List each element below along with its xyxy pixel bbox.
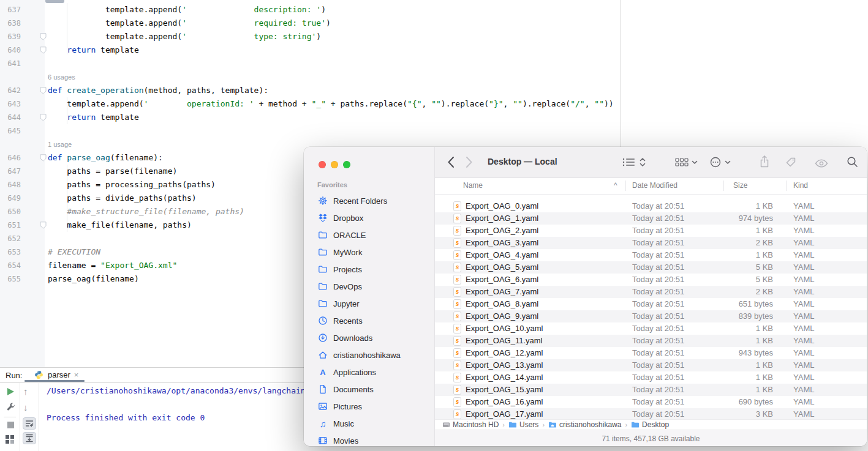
file-row[interactable]: sExport_OAG_3.yamlToday at 20:512 KBYAML xyxy=(435,237,867,249)
column-divider[interactable] xyxy=(723,181,724,191)
code-line[interactable]: 643 template.append(' operationId: ' + m… xyxy=(0,97,621,111)
file-row[interactable]: sExport_OAG_15.yamlToday at 20:511 KBYAM… xyxy=(435,384,867,396)
close-tab-icon[interactable]: × xyxy=(74,370,79,379)
file-row[interactable]: sExport_OAG_10.yamlToday at 20:511 KBYAM… xyxy=(435,322,867,335)
column-header-size[interactable]: Size xyxy=(733,181,747,190)
soft-wrap-icon[interactable] xyxy=(23,417,36,430)
file-row[interactable]: sExport_OAG_8.yamlToday at 20:51651 byte… xyxy=(435,298,867,310)
file-row[interactable]: sExport_OAG_11.yamlToday at 20:511 KBYAM… xyxy=(435,335,867,347)
search-icon[interactable] xyxy=(847,156,858,168)
stop-icon[interactable] xyxy=(7,422,14,428)
file-row[interactable]: sExport_OAG_16.yamlToday at 20:51690 byt… xyxy=(435,396,867,408)
sidebar-item-documents[interactable]: Documents xyxy=(309,381,431,398)
path-separator-icon: › xyxy=(625,421,627,428)
column-divider[interactable] xyxy=(786,181,787,191)
sidebar-item-devops[interactable]: DevOps xyxy=(309,278,431,295)
file-row[interactable]: sExport_OAG_6.yamlToday at 20:515 KBYAML xyxy=(435,274,867,286)
sidebar-item-jupyter[interactable]: Jupyter xyxy=(309,295,431,312)
code-line[interactable]: 637 template.append(' description: ') xyxy=(0,3,621,17)
path-segment-users[interactable]: Users xyxy=(508,420,538,429)
file-row[interactable]: sExport_OAG_12.yamlToday at 20:51943 byt… xyxy=(435,347,867,359)
path-segment-desktop[interactable]: Desktop xyxy=(631,420,669,429)
sidebar-item-music[interactable]: ♫Music xyxy=(309,415,431,432)
path-segment-macintosh-hd[interactable]: Macintosh HD xyxy=(442,420,499,429)
column-header-date-modified[interactable]: Date Modified xyxy=(632,181,677,190)
fold-marker-icon[interactable] xyxy=(21,218,48,232)
list-view-icon[interactable] xyxy=(622,157,636,167)
file-row[interactable]: sExport_OAG_0.yamlToday at 20:511 KBYAML xyxy=(435,200,867,212)
file-kind: YAML xyxy=(793,250,814,259)
file-row[interactable]: sExport_OAG_17.yamlToday at 20:513 KBYAM… xyxy=(435,408,867,419)
sidebar-item-label: Applications xyxy=(333,368,376,377)
code-line[interactable]: 642def create_operation(method, paths, t… xyxy=(0,84,621,97)
run-tab-parser[interactable]: parser × xyxy=(33,370,78,379)
sidebar-item-projects[interactable]: Projects xyxy=(309,261,431,278)
close-window-button[interactable] xyxy=(319,161,326,168)
fold-column xyxy=(21,124,48,138)
chevron-down-icon[interactable] xyxy=(692,160,698,165)
column-header-name[interactable]: Name xyxy=(463,181,483,190)
minimize-window-button[interactable] xyxy=(331,161,338,168)
sidebar-item-oracle[interactable]: ORACLE xyxy=(309,226,431,244)
fold-marker-icon[interactable] xyxy=(21,84,48,97)
code-line[interactable]: 644 return template xyxy=(0,111,621,124)
sort-ascending-icon[interactable]: ^ xyxy=(614,181,617,190)
code-line[interactable]: 641 xyxy=(0,57,621,70)
sidebar-item-applications[interactable]: AApplications xyxy=(309,363,431,381)
line-number: 648 xyxy=(0,178,21,192)
file-row[interactable]: sExport_OAG_1.yamlToday at 20:51974 byte… xyxy=(435,212,867,225)
sidebar-item-downloads[interactable]: Downloads xyxy=(309,329,431,346)
more-actions-icon[interactable] xyxy=(709,156,722,168)
sidebar-item-pictures[interactable]: Pictures xyxy=(309,398,431,415)
code-line[interactable]: 640 return template xyxy=(0,43,621,57)
sidebar-item-movies[interactable]: Movies xyxy=(309,432,431,446)
code-text: filename = "Export_OAG.xml" xyxy=(48,259,177,272)
next-occurrence-icon[interactable]: ↓ xyxy=(23,403,28,412)
column-divider[interactable] xyxy=(625,181,626,191)
forward-button[interactable] xyxy=(466,156,473,168)
column-header-kind[interactable]: Kind xyxy=(793,181,808,190)
file-row[interactable]: sExport_OAG_4.yamlToday at 20:511 KBYAML xyxy=(435,249,867,261)
group-by-icon[interactable] xyxy=(675,158,689,166)
view-stepper-icon[interactable] xyxy=(640,157,646,167)
yaml-file-icon: s xyxy=(453,360,461,370)
fold-marker-icon[interactable] xyxy=(21,151,48,165)
settings-wrench-icon[interactable] xyxy=(6,402,16,414)
usage-hint-line[interactable]: 6 usages xyxy=(0,70,621,84)
fold-marker-icon[interactable] xyxy=(21,30,48,43)
yaml-file-icon: s xyxy=(453,409,461,419)
eye-icon[interactable] xyxy=(815,159,828,168)
code-line[interactable]: 638 template.append(' required: true') xyxy=(0,17,621,30)
file-row[interactable]: sExport_OAG_5.yamlToday at 20:515 KBYAML xyxy=(435,261,867,274)
zoom-window-button[interactable] xyxy=(343,161,350,168)
code-line[interactable]: 645 xyxy=(0,124,621,138)
rerun-icon[interactable] xyxy=(7,388,14,395)
file-name: Export_OAG_15.yaml xyxy=(466,385,543,394)
share-icon[interactable] xyxy=(760,155,769,168)
scroll-to-end-icon[interactable] xyxy=(23,432,36,444)
yaml-file-icon: s xyxy=(453,238,461,248)
tag-icon[interactable] xyxy=(785,157,796,168)
file-row[interactable]: sExport_OAG_9.yamlToday at 20:51839 byte… xyxy=(435,310,867,322)
prev-occurrence-icon[interactable]: ↑ xyxy=(23,387,28,397)
sidebar-item-recent-folders[interactable]: Recent Folders xyxy=(309,192,431,209)
code-line[interactable]: 639 template.append(' type: string') xyxy=(0,30,621,43)
file-row[interactable]: sExport_OAG_7.yamlToday at 20:512 KBYAML xyxy=(435,286,867,298)
sidebar-item-cristianohoshikawa[interactable]: cristianohoshikawa xyxy=(309,346,431,363)
fold-marker-icon[interactable] xyxy=(21,43,48,57)
path-bar: Macintosh HD›Users›cristianohoshikawa›De… xyxy=(435,419,867,430)
file-name: Export_OAG_5.yaml xyxy=(466,263,538,272)
back-button[interactable] xyxy=(447,156,455,168)
sidebar-item-label: Jupyter xyxy=(333,299,360,308)
chevron-down-icon[interactable] xyxy=(725,160,731,165)
file-name: Export_OAG_10.yaml xyxy=(466,324,543,333)
sidebar-item-mywork[interactable]: MyWork xyxy=(309,244,431,261)
sidebar-item-dropbox[interactable]: Dropbox xyxy=(309,209,431,226)
file-row[interactable]: sExport_OAG_2.yamlToday at 20:511 KBYAML xyxy=(435,225,867,237)
sidebar-item-recents[interactable]: Recents xyxy=(309,312,431,329)
file-row[interactable]: sExport_OAG_13.yamlToday at 20:511 KBYAM… xyxy=(435,359,867,371)
path-segment-cristianohoshikawa[interactable]: cristianohoshikawa xyxy=(548,420,621,429)
fold-marker-icon[interactable] xyxy=(21,111,48,124)
restore-layout-icon[interactable] xyxy=(6,435,14,446)
file-row[interactable]: sExport_OAG_14.yamlToday at 20:511 KBYAM… xyxy=(435,371,867,384)
